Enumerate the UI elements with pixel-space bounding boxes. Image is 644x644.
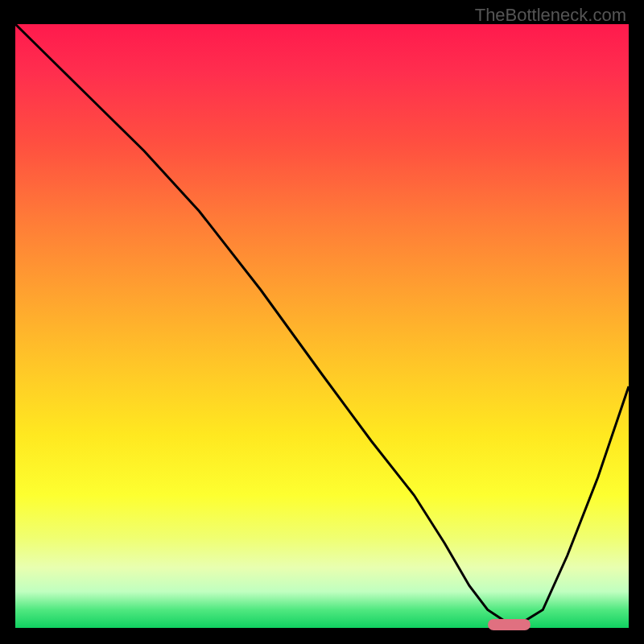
chart-plot-area (15, 24, 629, 628)
optimal-range-marker (488, 619, 530, 630)
watermark-text: TheBottleneck.com (475, 5, 626, 26)
bottleneck-curve-path (15, 24, 629, 625)
chart-curve-svg (15, 24, 629, 628)
